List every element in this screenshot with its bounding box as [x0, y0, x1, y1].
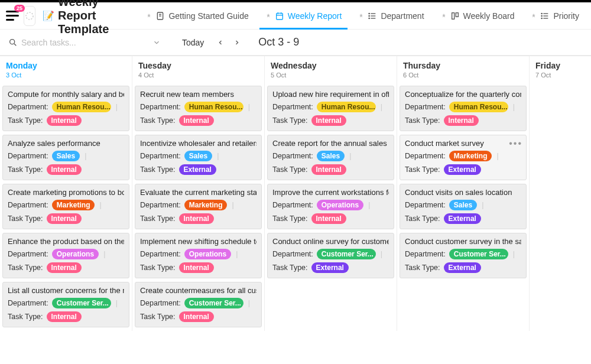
task-card[interactable]: Conduct online survey for customerDepart… — [267, 233, 394, 278]
task-card[interactable]: Analyze sales performanceDepartment:Sale… — [2, 135, 129, 180]
pin-icon — [358, 13, 364, 19]
search-input[interactable] — [21, 38, 122, 47]
task-card[interactable]: List all customer concerns for the mDepa… — [2, 282, 129, 327]
row-divider: | — [116, 103, 118, 111]
department-chip[interactable]: Operations — [317, 200, 363, 210]
day-header: Tuesday4 Oct — [132, 56, 264, 82]
task-card[interactable]: Implement new shifting schedule toDepart… — [135, 233, 262, 278]
menu-button[interactable]: 25 — [6, 8, 19, 24]
task-card[interactable]: Improve the current workstations foDepar… — [267, 184, 394, 229]
department-chip[interactable]: Human Resou... — [184, 102, 243, 112]
tasktype-chip[interactable]: Internal — [179, 115, 214, 126]
day-date: 6 Oct — [403, 72, 523, 79]
next-week-button[interactable] — [231, 38, 243, 47]
date-range: Oct 3 - 9 — [258, 36, 299, 48]
chevron-left-icon — [217, 39, 224, 46]
task-card[interactable]: Recruit new team membersDepartment:Human… — [135, 86, 262, 131]
tasktype-chip[interactable]: External — [444, 262, 481, 273]
tasktype-chip[interactable]: Internal — [47, 213, 82, 224]
tasktype-chip[interactable]: Internal — [47, 115, 82, 126]
task-card[interactable]: Compute for monthly salary and beDepartm… — [2, 86, 129, 131]
tasktype-chip[interactable]: Internal — [179, 262, 214, 273]
task-title: Compute for monthly salary and be — [8, 90, 124, 99]
task-card[interactable]: Create countermeasures for all custoDepa… — [135, 282, 262, 327]
department-chip[interactable]: Customer Ser... — [449, 249, 508, 259]
row-divider: | — [381, 103, 382, 111]
tasktype-label: Task Type: — [405, 165, 440, 174]
tab-priority[interactable]: Priority — [525, 6, 585, 25]
department-chip[interactable]: Customer Ser... — [184, 298, 243, 308]
tasktype-chip[interactable]: External — [444, 213, 481, 224]
department-label: Department: — [8, 299, 48, 307]
tasktype-chip[interactable]: External — [179, 164, 216, 175]
task-card[interactable]: Evaluate the current marketing statuDepa… — [135, 184, 262, 229]
row-divider: | — [349, 152, 351, 160]
search-dropdown[interactable] — [152, 38, 161, 47]
tasktype-label: Task Type: — [272, 214, 308, 223]
tasktype-chip[interactable]: Internal — [47, 262, 82, 273]
task-title: Conduct market survey — [405, 139, 521, 148]
department-label: Department: — [140, 152, 181, 160]
task-card[interactable]: Incentivize wholesaler and retailers tDe… — [135, 135, 262, 180]
tasktype-chip[interactable]: Internal — [179, 311, 214, 322]
department-chip[interactable]: Operations — [184, 249, 231, 259]
day-header: Wednesday5 Oct — [265, 56, 397, 82]
department-chip[interactable]: Customer Ser... — [317, 249, 376, 259]
tasktype-chip[interactable]: External — [311, 262, 349, 273]
today-button[interactable]: Today — [182, 38, 204, 47]
tab-weekly-report[interactable]: Weekly Report — [259, 6, 348, 25]
task-card[interactable]: Create report for the annual salesDepart… — [267, 135, 394, 180]
department-label: Department: — [272, 152, 313, 160]
tasktype-chip[interactable]: Internal — [444, 115, 479, 126]
department-chip[interactable]: Operations — [52, 249, 99, 259]
svg-point-12 — [369, 15, 369, 16]
tasktype-label: Task Type: — [140, 116, 176, 125]
task-card[interactable]: Conduct customer survey in the saleDepar… — [400, 233, 527, 278]
department-chip[interactable]: Sales — [52, 151, 80, 161]
department-chip[interactable]: Sales — [449, 200, 477, 210]
department-chip[interactable]: Marketing — [52, 200, 95, 210]
task-title: Create report for the annual sales — [272, 139, 389, 148]
page-emoji-icon: 📝 — [43, 10, 54, 21]
prev-week-button[interactable] — [215, 38, 226, 47]
department-chip[interactable]: Human Resou... — [449, 102, 508, 112]
department-chip[interactable]: Sales — [317, 151, 345, 161]
tab-getting-started-guide[interactable]: Getting Started Guide — [140, 6, 254, 25]
tab-label: Weekly Board — [463, 11, 515, 21]
tasktype-label: Task Type: — [272, 264, 308, 272]
tasktype-chip[interactable]: Internal — [47, 311, 82, 322]
tasktype-chip[interactable]: Internal — [311, 115, 346, 126]
pin-icon — [146, 13, 152, 19]
tabs-bar: Getting Started GuideWeekly ReportDepart… — [140, 6, 585, 25]
tasktype-chip[interactable]: External — [444, 164, 481, 175]
tasktype-chip[interactable]: Internal — [179, 213, 214, 224]
department-chip[interactable]: Sales — [184, 151, 212, 161]
loading-button[interactable] — [24, 6, 35, 26]
tab-weekly-board[interactable]: Weekly Board — [435, 6, 521, 25]
tasktype-chip[interactable]: Internal — [311, 213, 346, 224]
row-divider: | — [236, 250, 238, 258]
svg-rect-4 — [276, 13, 282, 20]
department-chip[interactable]: Marketing — [184, 200, 228, 210]
tasktype-chip[interactable]: Internal — [311, 164, 346, 175]
task-card[interactable]: Conduct visits on sales locationDepartme… — [400, 184, 527, 229]
tasktype-chip[interactable]: Internal — [47, 164, 82, 175]
task-card[interactable]: •••Conduct market surveyDepartment:Marke… — [400, 135, 527, 180]
department-chip[interactable]: Marketing — [449, 151, 492, 161]
department-chip[interactable]: Human Resou... — [52, 102, 111, 112]
department-chip[interactable]: Customer Ser... — [52, 298, 111, 308]
task-card[interactable]: Create marketing promotions to boDepartm… — [2, 184, 129, 229]
department-label: Department: — [140, 299, 181, 307]
day-name: Friday — [535, 61, 591, 70]
department-label: Department: — [8, 152, 48, 160]
tab-department[interactable]: Department — [352, 6, 430, 25]
department-chip[interactable]: Human Resou... — [317, 102, 376, 112]
tasktype-label: Task Type: — [405, 264, 440, 272]
row-divider: | — [482, 201, 483, 209]
row-divider: | — [99, 201, 101, 209]
task-card[interactable]: Enhance the product based on the lDepart… — [2, 233, 129, 278]
task-card[interactable]: Upload new hire requirement in offiDepar… — [267, 86, 394, 131]
more-icon[interactable]: ••• — [509, 139, 522, 148]
day-header: Thursday6 Oct — [397, 56, 529, 82]
task-card[interactable]: Conceptualize for the quarterly comDepar… — [400, 86, 527, 131]
